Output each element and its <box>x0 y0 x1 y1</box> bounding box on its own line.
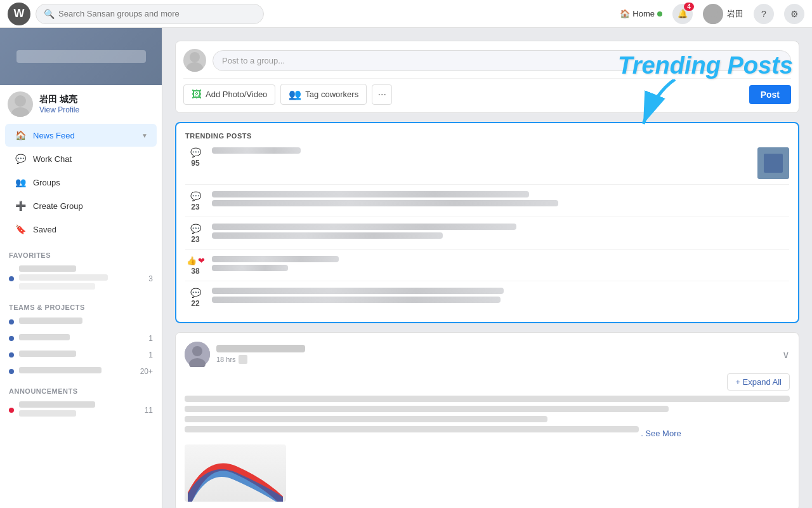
help-button[interactable]: ? <box>754 4 774 24</box>
trending-row-2[interactable]: 💬 23 <box>185 191 789 217</box>
search-icon: 🔍 <box>44 9 55 19</box>
feed-content-blur-2 <box>185 406 669 412</box>
reaction-icons: 👍 ❤ <box>187 256 205 265</box>
team-count-badge: 20+ <box>140 367 153 376</box>
sidebar-item-label: Create Group <box>33 201 83 211</box>
feed-post-image-placeholder <box>185 444 286 502</box>
sidebar-item-work-chat[interactable]: 💬 Work Chat <box>5 147 157 170</box>
tag-coworkers-button[interactable]: 👥 Tag coworkers <box>280 84 367 105</box>
svg-point-10 <box>192 346 202 356</box>
home-nav-icon: 🏠 <box>14 129 27 142</box>
tag-icon: 👥 <box>289 88 301 100</box>
post-input-placeholder[interactable]: Post to a group... <box>213 50 791 71</box>
photo-icon: 🖼 <box>192 89 202 100</box>
trending-row-left-5: 💬 22 <box>185 288 206 308</box>
home-presence-dot <box>657 11 662 17</box>
svg-point-4 <box>190 52 200 62</box>
sidebar-item-label: Saved <box>33 225 56 234</box>
post-submit-button[interactable]: Post <box>749 85 791 104</box>
trending-count: 23 <box>191 235 199 244</box>
trending-count: 22 <box>191 299 199 308</box>
collapse-icon[interactable]: ∨ <box>782 349 790 361</box>
trending-row-1[interactable]: 💬 95 <box>185 147 789 185</box>
trending-row-left-3: 💬 23 <box>185 224 206 244</box>
user-menu[interactable]: 岩田 <box>703 4 743 24</box>
create-group-nav-icon: ➕ <box>14 199 27 212</box>
post-box-actions: 🖼 Add Photo/Video 👥 Tag coworkers ··· Po… <box>183 78 791 105</box>
sidebar-user-row: 岩田 城亮 View Profile <box>0 85 162 121</box>
notification-bell-button[interactable]: 🔔 4 <box>672 4 693 24</box>
sidebar-username: 岩田 城亮 <box>39 94 79 105</box>
trending-section-label: TRENDING POSTS <box>185 132 252 140</box>
comment-icon: 💬 <box>190 224 201 234</box>
feed-content-blur-4 <box>185 426 639 432</box>
comment-icon: 💬 <box>190 288 201 298</box>
trending-count: 38 <box>191 267 199 276</box>
settings-button[interactable]: ⚙ <box>784 4 804 24</box>
sidebar-item-news-feed[interactable]: 🏠 News Feed ▼ <box>5 124 157 147</box>
team-item-2[interactable]: 1 <box>0 330 162 347</box>
feed-image-arc-svg <box>188 457 283 502</box>
expand-all-button[interactable]: + Expand All <box>727 373 790 391</box>
gear-icon: ⚙ <box>790 9 799 19</box>
user-name-label: 岩田 <box>727 8 743 20</box>
team-item-1[interactable] <box>0 314 162 330</box>
sidebar-item-label: Work Chat <box>33 154 72 164</box>
notification-badge: 4 <box>684 3 694 11</box>
chevron-down-icon: ▼ <box>141 132 148 139</box>
app-logo[interactable]: W <box>8 3 30 25</box>
fav-count-badge: 3 <box>148 274 153 283</box>
search-input[interactable] <box>58 9 256 18</box>
sidebar-item-groups[interactable]: 👥 Groups <box>5 171 157 194</box>
sidebar-item-label: News Feed <box>33 131 75 140</box>
trending-posts-box: TRENDING POSTS 💬 95 <box>175 122 799 323</box>
svg-point-3 <box>11 107 29 117</box>
more-options-button[interactable]: ··· <box>372 84 392 105</box>
fav-dot-icon <box>9 276 14 281</box>
add-photo-video-button[interactable]: 🖼 Add Photo/Video <box>183 84 275 105</box>
svg-point-2 <box>15 95 26 107</box>
team-item-3[interactable]: 1 <box>0 347 162 363</box>
sidebar-user-avatar[interactable] <box>8 91 33 117</box>
saved-nav-icon: 🔖 <box>14 223 27 236</box>
trending-row-4[interactable]: 👍 ❤ 38 <box>185 256 789 281</box>
top-navigation: W 🔍 🏠 Home 🔔 4 岩田 ? ⚙ <box>0 0 812 28</box>
team-dot-icon <box>9 319 14 324</box>
feed-content-blur-3 <box>185 416 547 422</box>
like-reaction-icon: 👍 <box>187 256 197 265</box>
sidebar-item-label: Groups <box>33 178 60 187</box>
svg-point-5 <box>187 62 203 72</box>
trending-row-left-1: 💬 95 <box>185 147 206 168</box>
feed-post-meta: 18 hrs <box>216 345 776 364</box>
trending-content-4 <box>212 256 789 274</box>
view-profile-link[interactable]: View Profile <box>39 105 79 114</box>
main-content: Post to a group... 🖼 Add Photo/Video 👥 T… <box>162 28 812 508</box>
search-bar[interactable]: 🔍 <box>36 4 264 24</box>
favorite-item-1[interactable]: 3 <box>0 262 162 296</box>
feed-post-header: 18 hrs ∨ <box>185 342 790 367</box>
trending-thumbnail <box>757 147 789 179</box>
ann-dot-icon <box>9 408 14 413</box>
cover-blur-overlay <box>0 28 162 85</box>
team-dot-icon <box>9 336 14 341</box>
trending-count: 95 <box>191 159 199 168</box>
team-dot-icon <box>9 369 14 374</box>
sidebar-item-saved[interactable]: 🔖 Saved <box>5 218 157 241</box>
favorites-section-title: FAVORITES <box>0 244 162 262</box>
feed-content-blur-1 <box>185 396 790 402</box>
post-composer-avatar <box>183 49 206 72</box>
see-more-link[interactable]: . See More <box>641 429 681 438</box>
team-item-4[interactable]: 20+ <box>0 363 162 380</box>
sponsored-icon <box>239 355 247 364</box>
announcement-item-1[interactable]: 11 <box>0 398 162 423</box>
home-nav-item[interactable]: 🏠 Home <box>620 9 662 18</box>
trending-row-3[interactable]: 💬 23 <box>185 224 789 250</box>
ann-count-badge: 11 <box>145 406 153 415</box>
svg-rect-8 <box>764 154 783 173</box>
ellipsis-icon: ··· <box>377 89 386 100</box>
team-dot-icon <box>9 352 14 358</box>
sidebar-item-create-group[interactable]: ➕ Create Group <box>5 194 157 217</box>
svg-point-0 <box>709 7 717 16</box>
trending-row-5[interactable]: 💬 22 <box>185 288 789 313</box>
feed-post-avatar <box>185 342 210 367</box>
